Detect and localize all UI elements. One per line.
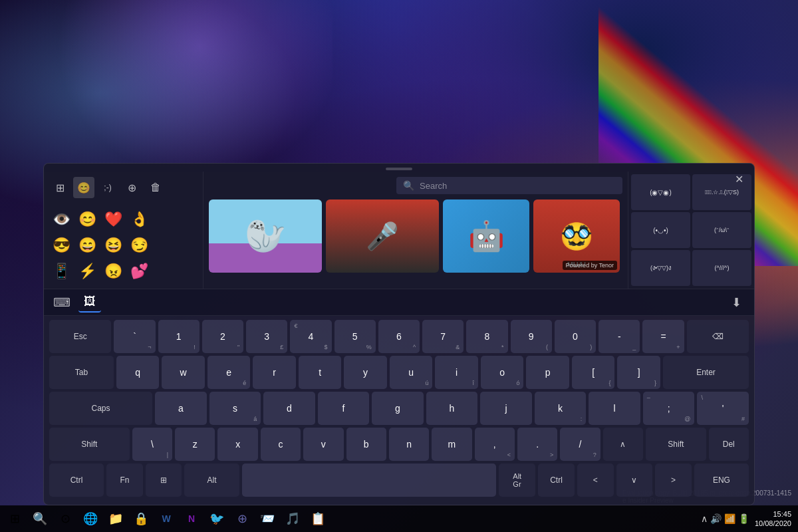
key-r[interactable]: r [253, 356, 296, 389]
kaomoji-4[interactable]: (ᵔ/ω\ᵔ [692, 212, 751, 248]
key-o[interactable]: oó [481, 356, 524, 389]
key-minus[interactable]: -_ [598, 320, 640, 353]
key-bracket-open[interactable]: [{ [572, 356, 615, 389]
key-5[interactable]: 5% [334, 320, 376, 353]
gif-walrus[interactable]: 🦭 [209, 200, 322, 273]
key-e[interactable]: eé [207, 356, 251, 389]
emoji-cool[interactable]: 😎 [49, 233, 73, 257]
key-fn[interactable]: Fn [106, 464, 143, 497]
taskbar-edge[interactable]: 🌐 [78, 507, 102, 531]
emoji-grin[interactable]: 😄 [75, 233, 99, 257]
taskbar-onenote[interactable]: N [180, 507, 203, 531]
key-z[interactable]: z [175, 428, 215, 461]
kaomoji-5[interactable]: (ง•▽▽)ง [631, 250, 690, 286]
key-f[interactable]: f [318, 392, 370, 425]
key-y[interactable]: y [344, 356, 387, 389]
key-del[interactable]: Del [709, 428, 749, 461]
kaomoji-1[interactable]: (◉▽◉) [631, 174, 690, 210]
clock[interactable]: 15:45 10/08/2020 [755, 509, 791, 529]
taskbar-store[interactable]: 🔒 [129, 507, 153, 531]
key-ctrl-right[interactable]: Ctrl [538, 464, 575, 497]
key-shift-left[interactable]: Shift [49, 428, 130, 461]
tab-kaomoji[interactable]: ;-) [97, 177, 118, 198]
key-u[interactable]: uú [390, 356, 433, 389]
kaomoji-6[interactable]: (^///^) [692, 250, 751, 286]
key-v[interactable]: v [303, 428, 343, 461]
key-2[interactable]: 2" [202, 320, 243, 353]
tab-emoji[interactable]: 😊 [73, 177, 94, 198]
bottom-tab-keyboard[interactable]: ⌨ [51, 293, 73, 313]
key-space[interactable] [242, 464, 497, 497]
key-9[interactable]: 9( [511, 320, 552, 353]
bottom-tab-gif[interactable]: 🖼 [78, 293, 101, 313]
taskbar-teams[interactable]: ⊕ [230, 507, 254, 531]
close-button[interactable]: ✕ [730, 170, 747, 188]
emoji-hearts[interactable]: 💕 [127, 259, 151, 283]
emoji-lightning[interactable]: ⚡ [75, 259, 99, 283]
emoji-eye[interactable]: 👁️ [49, 207, 73, 231]
key-l[interactable]: l [589, 392, 640, 425]
taskbar-word[interactable]: W [154, 507, 178, 531]
key-n[interactable]: n [389, 428, 429, 461]
key-x[interactable]: x [217, 428, 257, 461]
taskbar-spotify[interactable]: 🎵 [281, 507, 305, 531]
key-backslash[interactable]: \| [132, 428, 172, 461]
key-windows[interactable]: ⊞ [146, 464, 182, 497]
emoji-laugh[interactable]: 😆 [101, 233, 125, 257]
key-backspace[interactable]: ⌫ [687, 320, 749, 353]
tray-battery[interactable]: 🔋 [738, 513, 749, 524]
key-4[interactable]: 4€$ [290, 320, 331, 353]
key-slash[interactable]: /? [560, 428, 600, 461]
key-1[interactable]: 1! [158, 320, 200, 353]
key-m[interactable]: m [432, 428, 471, 461]
key-equals[interactable]: =+ [642, 320, 684, 353]
key-8[interactable]: 8* [466, 320, 507, 353]
key-p[interactable]: p [526, 356, 569, 389]
emoji-ok[interactable]: 👌 [127, 207, 151, 231]
key-altgr[interactable]: AltGr [499, 464, 535, 497]
key-caps[interactable]: Caps [49, 392, 152, 425]
tab-clipboard[interactable]: ⊞ [49, 177, 70, 198]
gif-robot-eyes[interactable]: 🤖 [443, 200, 529, 273]
tab-delete[interactable]: 🗑 [145, 177, 166, 198]
tab-symbols[interactable]: ⊕ [121, 177, 142, 198]
key-enter[interactable]: Enter [663, 356, 749, 389]
key-h[interactable]: h [426, 392, 478, 425]
drag-handle[interactable] [44, 164, 754, 172]
key-semicolon[interactable]: ;–@ [643, 392, 695, 425]
tray-arrow[interactable]: ∧ [701, 513, 708, 524]
key-esc[interactable]: Esc [49, 320, 111, 353]
key-down[interactable]: ∨ [616, 464, 653, 497]
taskbar-explorer[interactable]: 📁 [104, 507, 128, 531]
key-period[interactable]: .> [517, 428, 557, 461]
key-j[interactable]: j [480, 392, 532, 425]
taskbar-twitter[interactable]: 🐦 [205, 507, 229, 531]
key-k[interactable]: k: [535, 392, 587, 425]
taskbar-taskview[interactable]: ⊙ [53, 507, 77, 531]
key-eng[interactable]: ENG [694, 464, 749, 497]
key-shift-right[interactable]: Shift [646, 428, 706, 461]
key-left[interactable]: < [577, 464, 614, 497]
taskbar-start[interactable]: ⊞ [3, 507, 27, 531]
emoji-phone[interactable]: 📱 [49, 259, 73, 283]
key-3[interactable]: 3£ [246, 320, 287, 353]
key-up[interactable]: ∧ [603, 428, 643, 461]
key-b[interactable]: b [346, 428, 386, 461]
taskbar-telegram[interactable]: 📨 [255, 507, 279, 531]
key-backtick[interactable]: ` ¬ [114, 320, 155, 353]
gif-minion[interactable]: 🥸 MUA! Powered by Tenor [533, 200, 620, 273]
key-comma[interactable]: ,< [475, 428, 515, 461]
emoji-smirk[interactable]: 😏 [127, 233, 151, 257]
download-button[interactable]: ⬇ [725, 293, 747, 313]
key-d[interactable]: d [263, 392, 315, 425]
key-s[interactable]: sá [209, 392, 261, 425]
key-a[interactable]: a [155, 392, 207, 425]
key-bracket-close[interactable]: ]} [617, 356, 660, 389]
kaomoji-3[interactable]: (•◡•) [631, 212, 690, 248]
key-t[interactable]: t [299, 356, 342, 389]
key-q[interactable]: q [116, 356, 160, 389]
emoji-smile[interactable]: 😊 [75, 207, 99, 231]
key-i[interactable]: iî [435, 356, 478, 389]
emoji-angry[interactable]: 😠 [101, 259, 125, 283]
key-g[interactable]: g [372, 392, 424, 425]
